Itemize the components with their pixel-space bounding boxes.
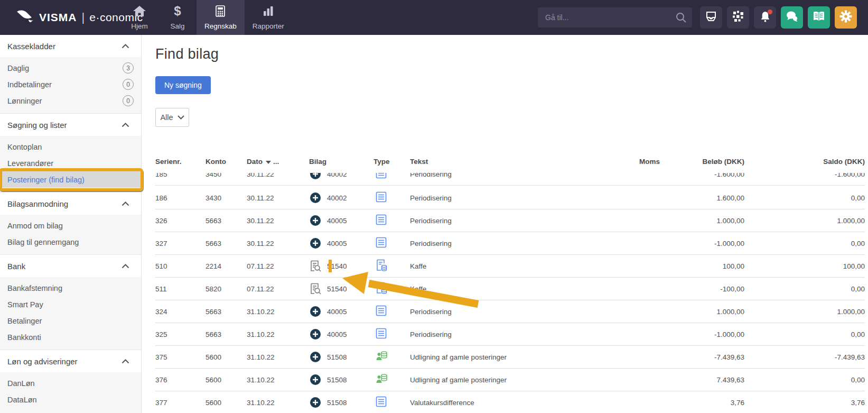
inbox-icon [705, 10, 717, 25]
plus-circle-icon[interactable] [309, 373, 322, 386]
count-badge: 0 [123, 95, 134, 106]
nav-tab-salg[interactable]: $Salg [158, 0, 197, 35]
calculator-icon [213, 5, 227, 20]
bilag-number[interactable]: 51508 [327, 353, 347, 361]
bilag-number[interactable]: 40005 [327, 308, 347, 316]
sidebar-item-danløn[interactable]: DanLøn [0, 375, 141, 391]
global-search [538, 7, 692, 27]
cell-tekst: Kaffe [410, 285, 591, 293]
book-button[interactable] [808, 6, 830, 29]
cell-saldo: 0,00 [744, 285, 865, 293]
bilag-number[interactable]: 40005 [327, 240, 347, 247]
new-search-button[interactable]: Ny søgning [155, 76, 211, 94]
sidebar-section-header-s-gning-og-lister[interactable]: Søgning og lister [0, 114, 141, 136]
col-konto[interactable]: Konto [206, 158, 247, 166]
sidebar-item-lønninger[interactable]: Lønninger0 [0, 93, 141, 109]
bilag-number[interactable]: 40002 [327, 173, 347, 178]
sidebar-section-header-kassekladder[interactable]: Kassekladder [0, 35, 141, 57]
doc-search-icon[interactable] [309, 282, 322, 295]
plus-circle-icon[interactable] [309, 305, 322, 318]
doc-search-icon[interactable] [309, 260, 322, 272]
col-serienr[interactable]: Serienr. [155, 158, 206, 166]
filter-dropdown[interactable]: Alle [155, 108, 189, 127]
app-grid-button[interactable] [727, 6, 749, 29]
cell-tekst: Udligning af gamle posteringer [410, 353, 591, 361]
search-icon[interactable] [675, 12, 687, 25]
sidebar-item-indbetalinger[interactable]: Indbetalinger0 [0, 76, 141, 93]
sidebar-section-header-l-n-og-adviseringer[interactable]: Løn og adviseringer [0, 350, 141, 372]
column-options[interactable]: ... [273, 158, 279, 166]
cell-konto: 5663 [206, 217, 247, 225]
sidebar-item-bankafstemning[interactable]: Bankafstemning [0, 280, 141, 296]
col-dato-sorted[interactable]: Dato... [247, 158, 309, 166]
sidebar-item-proløn[interactable]: ProLøn [0, 408, 141, 413]
bilag-number[interactable]: 40005 [327, 217, 347, 225]
sidebar-section-header-bank[interactable]: Bank [0, 255, 141, 277]
table-row[interactable]: 510221407.11.2251540Kaffe100,00100,00 [155, 255, 865, 278]
sidebar-item-leverandører[interactable]: Leverandører [0, 155, 141, 171]
col-tekst[interactable]: Tekst [410, 158, 591, 166]
plus-circle-icon[interactable] [309, 214, 322, 227]
bilag-number[interactable]: 40002 [327, 194, 347, 202]
plus-circle-icon[interactable] [309, 191, 322, 204]
table-row[interactable]: 377560031.10.2251508Valutakursdifference… [155, 391, 865, 413]
bilag-number[interactable]: 51540 [327, 285, 347, 293]
nav-tab-hjem[interactable]: Hjem [120, 0, 158, 35]
sidebar-item-dataløn[interactable]: DataLøn [0, 391, 141, 408]
cell-type [374, 396, 410, 409]
table-row[interactable]: 375560031.10.2251508Udligning af gamle p… [155, 346, 865, 369]
col-type[interactable]: Type [374, 158, 410, 166]
plus-circle-icon[interactable] [309, 237, 322, 250]
col-beloeb[interactable]: Beløb (DKK) [660, 158, 744, 166]
bilag-number[interactable]: 40005 [327, 331, 347, 338]
gear-button[interactable] [835, 6, 857, 29]
sidebar-item-bankkonti[interactable]: Bankkonti [0, 329, 141, 345]
table-row[interactable]: 324566331.10.2240005Periodisering1.000,0… [155, 300, 865, 323]
inbox-button[interactable] [700, 6, 722, 29]
table-row[interactable]: 325566331.10.2240005Periodisering-1.000,… [155, 323, 865, 346]
cell-tekst: Periodisering [410, 194, 591, 202]
filter-dropdown-value: Alle [160, 113, 173, 122]
sidebar-item-posteringer-find-bilag-[interactable]: Posteringer (find bilag) [0, 171, 141, 188]
nav-tab-regnskab[interactable]: Regnskab [197, 0, 245, 35]
plus-circle-icon[interactable] [309, 328, 322, 341]
col-saldo[interactable]: Saldo (DKK) [744, 158, 865, 166]
sidebar-section-header-bilagsanmodning[interactable]: Bilagsanmodning [0, 192, 141, 215]
sidebar-item-kontoplan[interactable]: Kontoplan [0, 139, 141, 155]
sidebar-item-smart-pay[interactable]: Smart Pay [0, 296, 141, 313]
table-row[interactable]: 327566330.11.2240005Periodisering-1.000,… [155, 232, 865, 255]
search-input[interactable] [538, 7, 692, 27]
sidebar-item-label: Bankkonti [7, 333, 41, 342]
sidebar-item-daglig[interactable]: Daglig3 [0, 60, 141, 76]
notification-dot [768, 10, 772, 14]
plus-circle-icon[interactable] [309, 173, 322, 180]
bilag-number[interactable]: 51508 [327, 376, 347, 384]
sort-desc-icon [266, 161, 271, 164]
sidebar-item-anmod-om-bilag[interactable]: Anmod om bilag [0, 217, 141, 234]
count-badge: 0 [123, 79, 134, 90]
nav-tab-rapporter[interactable]: Rapporter [245, 0, 292, 35]
plus-circle-icon[interactable] [309, 351, 322, 363]
sidebar-item-betalinger[interactable]: Betalinger [0, 313, 141, 329]
chevron-up-icon [122, 261, 129, 271]
cell-serienr: 185 [155, 173, 206, 178]
plus-circle-icon[interactable] [309, 396, 322, 409]
sidebar-item-label: Lønninger [7, 97, 42, 105]
col-moms[interactable]: Moms [591, 158, 660, 166]
cell-serienr: 186 [155, 194, 206, 202]
table-row[interactable]: 185345030.11.2240002Periodisering-1.600,… [155, 173, 865, 186]
bilag-number[interactable]: 51508 [327, 399, 347, 407]
bilag-number[interactable]: 51540 [327, 262, 347, 270]
partially-scrolled-row: 185345030.11.2240002Periodisering-1.600,… [155, 173, 865, 187]
nav-tab-label: Regnskab [204, 22, 237, 30]
sidebar-item-bilag-til-gennemgang[interactable]: Bilag til gennemgang [0, 234, 141, 250]
table-row[interactable]: 186343030.11.2240002Periodisering1.600,0… [155, 187, 865, 209]
cell-tekst: Kaffe [410, 262, 591, 270]
chat-button[interactable] [781, 6, 803, 29]
bell-button[interactable] [754, 6, 776, 29]
visma-economic-logo[interactable]: VISMA | e·conomic [0, 0, 120, 35]
col-bilag[interactable]: Bilag [309, 158, 374, 166]
table-row[interactable]: 376560031.10.2251508Udligning af gamle p… [155, 369, 865, 391]
table-row[interactable]: 326566330.11.2240005Periodisering1.000,0… [155, 209, 865, 232]
table-row[interactable]: 511582007.11.2251540Kaffe-100,000,00 [155, 278, 865, 300]
